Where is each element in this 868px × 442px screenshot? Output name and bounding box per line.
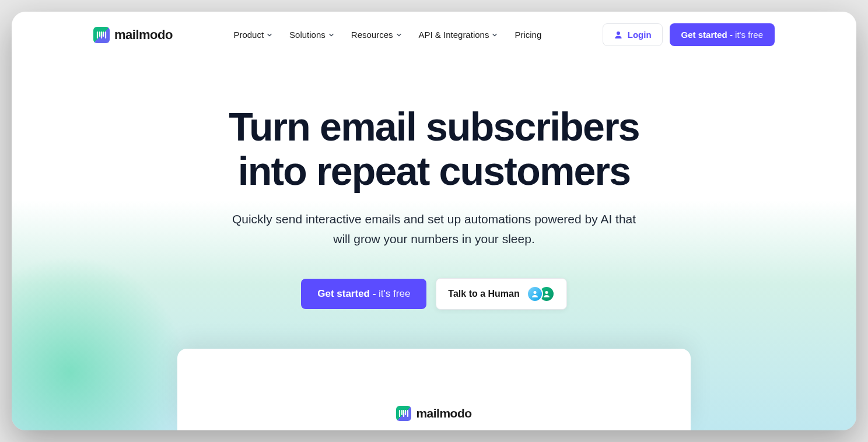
hero-cta-suffix: it's free bbox=[379, 288, 410, 299]
nav-label: API & Integrations bbox=[419, 30, 489, 40]
brand-name: mailmodo bbox=[114, 27, 173, 43]
product-preview-panel: mailmodo bbox=[177, 349, 691, 430]
hero-title-line1: Turn email subscribers bbox=[229, 104, 639, 149]
talk-label: Talk to a Human bbox=[448, 289, 519, 299]
hero-title: Turn email subscribers into repeat custo… bbox=[35, 104, 833, 193]
preview-brand-logo: mailmodo bbox=[396, 406, 471, 421]
nav-label: Pricing bbox=[514, 30, 541, 40]
svg-point-0 bbox=[533, 291, 536, 294]
hero-actions: Get started - it's free Talk to a Human bbox=[35, 278, 833, 310]
nav-item-solutions[interactable]: Solutions bbox=[289, 30, 335, 40]
get-started-button[interactable]: Get started - it's free bbox=[670, 23, 775, 46]
nav-item-api-integrations[interactable]: API & Integrations bbox=[419, 30, 499, 40]
login-button[interactable]: Login bbox=[603, 23, 663, 46]
mailmodo-logo-icon bbox=[93, 27, 110, 43]
chevron-down-icon bbox=[328, 31, 335, 38]
nav-item-product[interactable]: Product bbox=[233, 30, 273, 40]
app-window: mailmodo Product Solutions Resources API… bbox=[12, 12, 856, 430]
chevron-down-icon bbox=[491, 31, 498, 38]
preview-brand-name: mailmodo bbox=[416, 406, 471, 420]
hero-subtitle: Quickly send interactive emails and set … bbox=[224, 209, 644, 248]
site-header: mailmodo Product Solutions Resources API… bbox=[12, 12, 856, 58]
login-label: Login bbox=[628, 30, 652, 40]
cta-suffix: it's free bbox=[735, 30, 763, 40]
user-icon bbox=[614, 30, 623, 40]
nav-label: Solutions bbox=[289, 30, 326, 40]
mailmodo-logo-icon bbox=[396, 406, 411, 421]
nav-item-resources[interactable]: Resources bbox=[351, 30, 402, 40]
hero-get-started-button[interactable]: Get started - it's free bbox=[301, 279, 426, 309]
hero-section: Turn email subscribers into repeat custo… bbox=[12, 58, 856, 333]
nav-label: Resources bbox=[351, 30, 393, 40]
chevron-down-icon bbox=[396, 31, 402, 38]
human-avatars bbox=[527, 286, 555, 302]
chevron-down-icon bbox=[266, 31, 273, 38]
nav-label: Product bbox=[233, 30, 264, 40]
nav-item-pricing[interactable]: Pricing bbox=[514, 30, 541, 40]
brand-logo[interactable]: mailmodo bbox=[93, 27, 173, 43]
header-actions: Login Get started - it's free bbox=[603, 23, 775, 46]
avatar-icon bbox=[527, 286, 543, 302]
cta-prefix: Get started - bbox=[681, 30, 736, 40]
svg-point-1 bbox=[545, 291, 548, 294]
hero-cta-prefix: Get started - bbox=[317, 288, 379, 299]
talk-to-human-button[interactable]: Talk to a Human bbox=[436, 278, 566, 310]
main-nav: Product Solutions Resources API & Integr… bbox=[233, 30, 541, 40]
hero-title-line2: into repeat customers bbox=[238, 149, 631, 193]
